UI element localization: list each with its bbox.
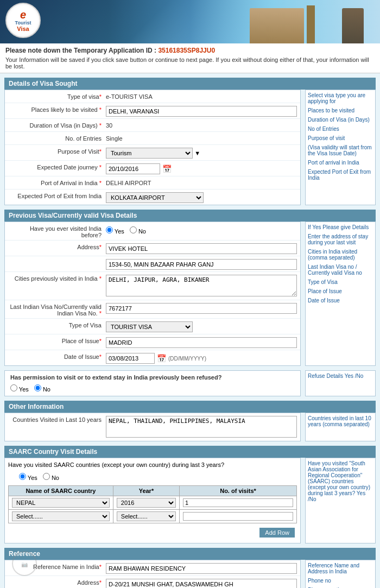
entries-row: No. of Entries Single <box>5 132 300 145</box>
address-line1-input[interactable] <box>106 243 297 254</box>
refusal-yes-label: Yes <box>19 386 29 393</box>
refusal-section: Has permission to visit or to extend sta… <box>4 370 376 396</box>
address-line2-input[interactable] <box>106 259 297 270</box>
visited-row: Have you ever visited India before? Yes … <box>5 222 300 241</box>
visited-yes-label: Yes <box>115 228 124 235</box>
svg-text:📷: 📷 <box>21 561 28 568</box>
visa-no-row: Last Indian Visa No/Currently valid Indi… <box>5 300 300 319</box>
add-row-button[interactable]: Add Row <box>259 528 295 538</box>
saarc-country-2[interactable]: Select...... <box>12 511 110 521</box>
date-format-hint: (DD/MM/YYYY) <box>168 356 206 362</box>
visited-no-label: No <box>138 228 146 235</box>
logo-area: e Tourist Visa <box>5 3 41 38</box>
visa-no-label: Last Indian Visa No/Currently valid Indi… <box>10 304 102 317</box>
refusal-help: Refuse Details Yes /No <box>305 370 376 396</box>
address-row1: Address* <box>5 241 300 256</box>
help-places: Places to be visited <box>308 108 373 113</box>
date-issue-input[interactable] <box>106 353 155 364</box>
saarc-question: Have you visited SAARC countries (except… <box>8 461 297 468</box>
place-issue-input[interactable] <box>106 337 297 348</box>
saarc-country-1[interactable]: NEPAL <box>12 498 110 508</box>
help-visited: If Yes Please give Details <box>308 224 373 230</box>
saarc-yes-radio[interactable] <box>19 473 26 480</box>
col-year-header: Year* <box>113 486 179 496</box>
notice-label: Please note down the Temporary Applicati… <box>5 47 158 54</box>
india-address-label: Address <box>77 579 99 586</box>
reference-header: Reference <box>4 548 376 560</box>
banner-tower <box>307 5 315 43</box>
type-of-visa-label: Type of visa <box>67 93 99 100</box>
reference-help: Reference Name and Address in India Phon… <box>305 560 376 588</box>
saarc-section: SAARC Country Visit Details Have you vis… <box>4 446 376 543</box>
visa-type-select[interactable]: TOURIST VISA <box>106 321 193 332</box>
cities-row: Cities previously visited in India * DEL… <box>5 272 300 300</box>
help-refusal: Refuse Details Yes /No <box>308 373 373 379</box>
date-issue-calendar-icon[interactable]: 📅 <box>157 354 166 363</box>
india-name-input[interactable] <box>106 563 297 574</box>
india-name-row: Reference Name in India* <box>5 560 300 576</box>
visited-label: Have you ever visited India before? <box>30 225 102 238</box>
port-arrival-value: DELHI AIRPORT <box>106 178 151 186</box>
date-journey-input[interactable] <box>106 163 160 174</box>
notice-bar: Please note down the Temporary Applicati… <box>0 43 380 73</box>
visited-no-radio[interactable] <box>130 226 137 233</box>
port-arrival-row: Port of Arrival in India * DELHI AIRPORT <box>5 176 300 189</box>
help-cities: Cities in India visited (comma separated… <box>308 249 373 261</box>
entries-value: Single <box>106 134 123 142</box>
saarc-no-radio[interactable] <box>43 473 50 480</box>
saarc-visits-2[interactable] <box>183 512 293 521</box>
refusal-no-label: No <box>43 386 50 393</box>
places-input[interactable] <box>106 106 297 117</box>
refusal-no-radio[interactable] <box>34 384 41 391</box>
help-port-exit: Expected Port of Exit from India <box>308 169 373 181</box>
visa-section: Details of Visa Sought Type of visa* e-T… <box>4 78 376 205</box>
cities-label: Cities previously visited in India <box>15 275 98 282</box>
notice-info: Your Information will be saved if you cl… <box>5 56 375 69</box>
saarc-help: Have you visited "South Asian Associatio… <box>305 458 376 543</box>
help-duration: Duration of Visa (in Days) <box>308 117 373 123</box>
india-address-input[interactable] <box>106 579 297 588</box>
help-port-arrival: Port of arrival in India <box>308 160 373 166</box>
place-issue-label: Place of Issue <box>62 338 99 344</box>
saarc-year-1[interactable]: 2016 <box>117 498 176 508</box>
banner-bg <box>109 0 380 43</box>
help-type: Select visa type you are applying for <box>308 92 373 104</box>
date-issue-label: Date of Issue <box>64 353 99 360</box>
port-exit-select[interactable]: KOLKATA AIRPORT <box>106 192 204 203</box>
other-info-help: Countries visited in last 10 years (comm… <box>305 413 376 441</box>
reference-section: Reference Reference Name in India* Addre… <box>4 548 376 588</box>
watermark: 📷 <box>11 550 38 577</box>
help-date: (Visa validity will start from the Visa … <box>308 144 373 156</box>
type-of-visa-row: Type of visa* e-TOURIST VISA <box>5 90 300 103</box>
visa-type-row: Type of Visa TOURIST VISA <box>5 319 300 334</box>
visa-type-label: Type of Visa <box>69 322 102 328</box>
saarc-visits-1[interactable] <box>183 498 293 507</box>
date-issue-row: Date of Issue* 📅 (DD/MM/YYYY) <box>5 350 300 365</box>
other-info-header: Other Information <box>4 401 376 413</box>
help-entries: No of Entries <box>308 126 373 132</box>
duration-value: 30 <box>106 121 112 129</box>
header-banner: e Tourist Visa <box>0 0 380 43</box>
address-label: Address <box>77 244 99 250</box>
saarc-header: SAARC Country Visit Details <box>4 446 376 458</box>
countries-input[interactable]: NEPAL, THAILAND, PHILIPPINES, MALAYSIA <box>106 416 297 438</box>
visited-yes-radio[interactable] <box>106 226 113 233</box>
calendar-icon[interactable]: 📅 <box>162 165 172 173</box>
visa-no-input[interactable] <box>106 303 297 314</box>
purpose-row: Purpose of Visit* Tourism ▼ <box>5 145 300 161</box>
india-address-row: Address* <box>5 576 300 588</box>
purpose-select[interactable]: Tourism <box>106 148 193 159</box>
help-india-ref: Reference Name and Address in India <box>308 562 373 574</box>
cities-input[interactable]: DELHI, JAIPUR, AGRA, BIKANER <box>106 275 297 296</box>
previous-visa-help: If Yes Please give Details Enter the add… <box>305 222 376 366</box>
help-purpose: Purpose of visit <box>308 135 373 141</box>
previous-visa-header: Previous Visa/Currently valid Visa Detai… <box>4 210 376 222</box>
expected-label: Expected <box>37 164 62 170</box>
visa-help: Select visa type you are applying for Pl… <box>305 90 376 205</box>
saarc-year-2[interactable]: Select...... <box>117 511 176 521</box>
help-visa-type: Type of Visa <box>308 279 373 285</box>
col-country-header: Name of SAARC country <box>9 486 113 496</box>
refusal-yes-radio[interactable] <box>10 384 17 391</box>
duration-label: Duration of Visa (in Days) <box>30 122 98 129</box>
previous-visa-section: Previous Visa/Currently valid Visa Detai… <box>4 210 376 366</box>
